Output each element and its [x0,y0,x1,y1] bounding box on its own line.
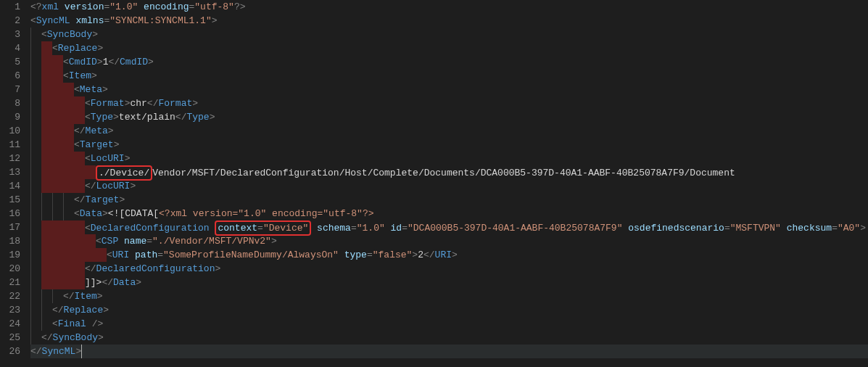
line-number: 7 [0,83,20,96]
code-line[interactable]: <CmdID>1</CmdID> [30,55,868,69]
pi-name: xml [42,1,59,12]
line-number: 25 [0,331,20,345]
code-line[interactable]: <DeclaredConfiguration context="Device" … [30,220,868,234]
line-number: 26 [0,345,20,358]
line-number: 22 [0,289,20,303]
code-line[interactable]: </DeclaredConfiguration> [30,262,868,276]
line-number: 5 [0,55,20,69]
code-line[interactable]: </Meta> [30,124,868,138]
line-number: 17 [0,220,20,234]
code-editor[interactable]: 1 2 3 4 5 6 7 8 9 10 11 12 13 14 15 16 1… [0,0,868,358]
code-line[interactable]: <Meta> [30,83,868,96]
code-line[interactable]: <Item> [30,69,868,83]
line-number: 12 [0,152,20,165]
code-line[interactable]: </Item> [30,289,868,303]
line-number: 2 [0,14,20,28]
code-area[interactable]: <?xml version="1.0" encoding="utf-8"?> <… [28,0,868,358]
line-number: 19 [0,248,20,262]
highlight-box-device-path: ./Device/ [96,165,152,181]
line-number: 14 [0,179,20,193]
line-number: 1 [0,0,20,14]
code-line[interactable]: <Replace> [30,41,868,55]
line-number: 4 [0,41,20,55]
code-line[interactable]: <Format>chr</Format> [30,96,868,110]
pi-open: <? [30,1,42,12]
line-number: 15 [0,193,20,207]
code-line[interactable]: </SyncBody> [30,331,868,345]
code-line[interactable]: <Data><![CDATA[<?xml version="1.0" encod… [30,207,868,220]
code-line[interactable]: <CSP name="./Vendor/MSFT/VPNv2"> [30,234,868,248]
code-line[interactable]: <SyncML xmlns="SYNCML:SYNCML1.1"> [30,14,868,28]
code-line[interactable]: <LocURI> [30,152,868,165]
code-line[interactable]: <SyncBody> [30,28,868,41]
code-line[interactable]: ]]></Data> [30,276,868,289]
line-number: 9 [0,110,20,124]
line-number: 11 [0,138,20,152]
code-line[interactable]: <Final /> [30,317,868,331]
code-line[interactable]: </LocURI> [30,179,868,193]
code-line[interactable]: <Target> [30,138,868,152]
line-number: 8 [0,96,20,110]
code-line[interactable]: </Replace> [30,303,868,317]
code-line[interactable]: </SyncML> [30,345,868,358]
line-number: 23 [0,303,20,317]
line-number: 3 [0,28,20,41]
text-cursor [81,345,82,358]
line-number: 10 [0,124,20,138]
code-line[interactable]: <Type>text/plain</Type> [30,110,868,124]
line-number: 18 [0,234,20,248]
line-number: 13 [0,165,20,179]
line-number: 20 [0,262,20,276]
line-number-gutter: 1 2 3 4 5 6 7 8 9 10 11 12 13 14 15 16 1… [0,0,28,358]
code-line[interactable]: ./Device/Vendor/MSFT/DeclaredConfigurati… [30,165,868,179]
code-line[interactable]: <URI path="SomeProfileNameDummy/AlwaysOn… [30,248,868,262]
line-number: 16 [0,207,20,220]
code-line[interactable]: </Target> [30,193,868,207]
code-line[interactable]: <?xml version="1.0" encoding="utf-8"?> [30,0,868,14]
line-number: 24 [0,317,20,331]
line-number: 21 [0,276,20,289]
line-number: 6 [0,69,20,83]
highlight-box-context-attr: context="Device" [215,220,311,236]
